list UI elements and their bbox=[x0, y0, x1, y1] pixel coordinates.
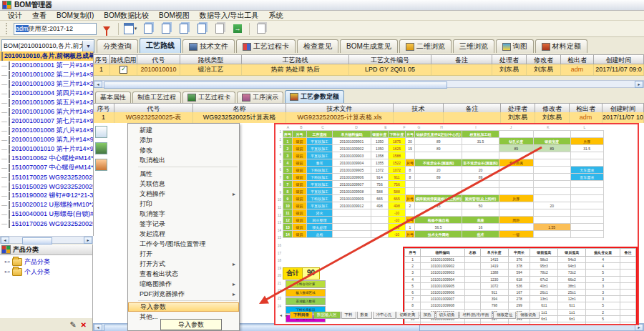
tab-bom-opinion[interactable]: BOM生成意见 bbox=[340, 39, 398, 53]
copy-structure-button[interactable] bbox=[158, 21, 174, 36]
context-menu-item[interactable]: 文档操作▸ bbox=[128, 189, 239, 199]
sheet-cell[interactable]: 钻缺货孔直径&定位(中心孔) bbox=[415, 131, 462, 138]
sheet-cell[interactable]: 13 bbox=[283, 224, 293, 231]
sheet-cell[interactable]: 89 bbox=[415, 145, 462, 152]
sheet-cell[interactable]: 片号 bbox=[406, 217, 415, 224]
sheet-cell[interactable]: 89 bbox=[415, 174, 462, 181]
import-button[interactable]: → bbox=[230, 21, 245, 36]
sheet-cell[interactable]: 1372 bbox=[371, 167, 389, 174]
context-menu-item[interactable]: 查看检出状态 bbox=[128, 269, 239, 279]
sheet-cell[interactable]: 平直段加工 bbox=[307, 202, 333, 209]
column-header[interactable]: 路线启用 bbox=[110, 55, 137, 64]
tree-item[interactable]: —1510150029 WG9232520025 ( bbox=[0, 182, 93, 191]
context-menu-item[interactable]: 属性 bbox=[128, 169, 239, 179]
tree-item[interactable]: —201001001002 第二片#14×90:1 bbox=[0, 70, 93, 79]
sheet-cell[interactable]: 6 bbox=[283, 174, 293, 181]
sheet-cell[interactable] bbox=[533, 195, 570, 202]
paste-button[interactable] bbox=[176, 21, 192, 36]
sheet-tab[interactable]: 切断距离 bbox=[396, 312, 419, 319]
menu-item[interactable]: 设计 bbox=[3, 11, 27, 21]
sheet-cell[interactable]: 8 bbox=[283, 188, 293, 195]
tree-item[interactable]: —201001001001 第一片#14×90:1 bbox=[0, 61, 93, 70]
tree-item[interactable]: —201001001008 第八片#14×90:1 bbox=[0, 126, 93, 135]
sheet-cell[interactable]: 1522 bbox=[389, 159, 406, 167]
sheet-cell[interactable]: 序号 bbox=[283, 131, 293, 138]
sheet-tab[interactable]: 数据输入区 bbox=[313, 312, 341, 319]
sheet-cell[interactable]: 下料段加工 bbox=[307, 195, 333, 202]
sheet-cell[interactable]: 2 bbox=[406, 202, 415, 209]
sheet-cell[interactable]: 1625 bbox=[389, 145, 406, 152]
sheet-cell[interactable]: 16 bbox=[462, 224, 499, 231]
sheet-cell[interactable]: 8 bbox=[406, 174, 415, 181]
sheet-cell[interactable] bbox=[462, 145, 499, 152]
context-menu-item[interactable]: 新建 bbox=[128, 125, 239, 135]
sheet-cell[interactable]: 588 bbox=[371, 188, 389, 195]
sheet-cell[interactable]: 201001009906 bbox=[333, 174, 371, 181]
sheet-tab[interactable]: 下料 bbox=[341, 312, 356, 319]
sheet-cell[interactable]: 756 bbox=[389, 181, 406, 188]
sheet-cell[interactable]: 锻前 bbox=[293, 202, 307, 209]
sheet-cell[interactable] bbox=[406, 188, 415, 195]
sheet-cell[interactable]: 片号 bbox=[406, 195, 415, 202]
sheet-cell[interactable]: 锻前 bbox=[293, 174, 307, 181]
sheet-cell[interactable]: 89 bbox=[533, 145, 570, 152]
sheet-cell[interactable]: 单片物料编码 bbox=[333, 131, 371, 138]
scrollbar-thumb[interactable] bbox=[22, 237, 52, 244]
sheet-cell[interactable]: 10 bbox=[283, 202, 293, 209]
sheet-cell[interactable]: 平直段加工 bbox=[307, 145, 333, 152]
sheet-cell[interactable]: 756 bbox=[371, 181, 389, 188]
tab-process-card[interactable]: 工艺过程卡 bbox=[236, 39, 296, 53]
menu-item[interactable]: 系统 bbox=[264, 11, 288, 21]
sheet-cell[interactable] bbox=[415, 181, 462, 188]
sheet-cell[interactable]: 平直段加工 bbox=[307, 188, 333, 195]
context-menu-item[interactable]: 打开方式▸ bbox=[128, 259, 239, 269]
tab-tech-doc[interactable]: 技术文件 bbox=[182, 39, 235, 53]
context-menu-item[interactable]: 取消检出 bbox=[128, 155, 239, 165]
scroll-right-icon[interactable]: ▸ bbox=[635, 81, 643, 88]
sheet-cell[interactable] bbox=[533, 188, 570, 195]
sheet-cell[interactable] bbox=[570, 231, 603, 238]
sheet-tab[interactable]: 钢板切角 bbox=[517, 312, 540, 319]
sheet-cell[interactable]: 校直机加工组 bbox=[462, 131, 499, 138]
sheet-cell[interactable]: 12 bbox=[283, 217, 293, 224]
sheet-cell[interactable]: 锻前 bbox=[293, 188, 307, 195]
sheet-cell[interactable]: 天车需求 bbox=[570, 167, 603, 174]
context-menu-item[interactable]: 发起流程 bbox=[128, 229, 239, 239]
sheet-cell[interactable]: 紧固管理(总上图样) bbox=[462, 195, 499, 202]
sheet-cell[interactable]: 1875 bbox=[389, 138, 406, 145]
tree-item[interactable]: —201001001007 第七片#14×90:1 bbox=[0, 117, 93, 126]
sheet-cell[interactable]: 11 bbox=[283, 209, 293, 217]
sheet-cell[interactable]: 锻前 bbox=[293, 181, 307, 188]
context-menu-item[interactable]: 缩略图操作▸ bbox=[128, 279, 239, 289]
sheet-cell[interactable] bbox=[371, 224, 389, 231]
sheet-cell[interactable] bbox=[570, 188, 603, 195]
sheet-cell[interactable] bbox=[462, 181, 499, 188]
sheet-cell[interactable]: 56.5 bbox=[415, 224, 462, 231]
tab-view-3d[interactable]: 三维浏览 bbox=[453, 39, 494, 53]
tree-item[interactable]: —201001001003 第三片#14×20:1 bbox=[0, 79, 93, 89]
tree-item[interactable]: —201001001010 第十片#14×90:1 bbox=[0, 144, 93, 154]
sheet-cell[interactable] bbox=[570, 195, 603, 202]
tree-item[interactable]: —201001001006 第六片#14×90:1 bbox=[0, 107, 93, 117]
scroll-left-icon[interactable]: ◂ bbox=[94, 324, 102, 331]
sheet-nav-left-icon[interactable]: ◂ bbox=[278, 312, 283, 317]
context-menu-item[interactable]: 导入参数 bbox=[128, 302, 239, 312]
sheet-tab[interactable]: 切头切角 bbox=[436, 312, 459, 319]
sheet-cell[interactable]: 片厚 bbox=[570, 138, 603, 145]
sheet-cell[interactable]: 20 bbox=[462, 167, 499, 174]
sheet-cell[interactable]: 卡子距离 bbox=[499, 159, 533, 167]
tree-item[interactable]: —201001001005 第五片#14×20:1 bbox=[0, 98, 93, 107]
route-table-hscrollbar[interactable]: ◂ ▸ bbox=[93, 80, 644, 88]
tree-item[interactable]: —1510190002 铆钉#Φ12*21-3MD bbox=[0, 191, 93, 200]
checkbox[interactable]: ✓ bbox=[119, 66, 127, 74]
sheet-cell[interactable]: 5 bbox=[283, 167, 293, 174]
tab-process-card2[interactable]: 工艺过程卡 bbox=[182, 92, 235, 103]
sheet-cell[interactable]: 1 bbox=[283, 138, 293, 145]
sheet-cell[interactable]: 锻前 bbox=[293, 159, 307, 167]
context-menu-item[interactable]: 签字记录 bbox=[128, 219, 239, 229]
sheet-cell[interactable] bbox=[371, 217, 389, 224]
sheet-cell[interactable]: 喷丸处理 bbox=[307, 224, 333, 231]
sheet-cell[interactable] bbox=[533, 209, 570, 217]
tree-item[interactable]: —1510020012 U形螺栓#M10*23 bbox=[0, 200, 93, 209]
sheet-cell[interactable]: 平直段加工 bbox=[307, 152, 333, 159]
